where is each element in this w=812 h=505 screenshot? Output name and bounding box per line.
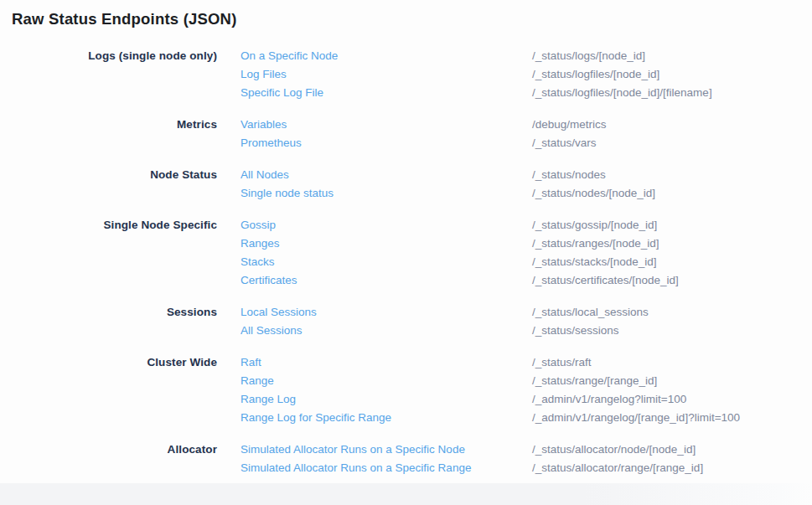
paths-column: /_status/allocator/node/[node_id] /_stat… (532, 441, 812, 477)
endpoint-group-logs: Logs (single node only) On a Specific No… (0, 47, 812, 102)
endpoint-link[interactable]: All Sessions (240, 322, 532, 340)
category-label: Sessions (0, 303, 217, 322)
category-label: Cluster Wide (0, 353, 217, 372)
endpoint-link[interactable]: Certificates (240, 271, 532, 290)
endpoint-link[interactable]: Single node status (240, 184, 532, 203)
endpoint-path: /_status/local_sessions (532, 303, 812, 322)
endpoint-path: /_status/stacks/[node_id] (532, 253, 812, 271)
endpoint-group-single-node-specific: Single Node Specific Gossip Ranges Stack… (0, 216, 812, 290)
endpoint-group-allocator: Allocator Simulated Allocator Runs on a … (0, 441, 812, 477)
endpoint-link[interactable]: Simulated Allocator Runs on a Specific R… (240, 459, 532, 477)
endpoint-path: /_status/allocator/node/[node_id] (532, 441, 812, 459)
endpoint-link[interactable]: Variables (240, 116, 532, 134)
endpoint-link[interactable]: Prometheus (240, 134, 532, 152)
endpoint-path: /_status/range/[range_id] (532, 372, 812, 390)
paths-column: /_status/logs/[node_id] /_status/logfile… (532, 47, 812, 102)
endpoint-path: /_status/gossip/[node_id] (532, 216, 812, 234)
endpoint-link[interactable]: Range (240, 372, 532, 390)
links-column: Raft Range Range Log Range Log for Speci… (240, 353, 532, 427)
endpoint-group-cluster-wide: Cluster Wide Raft Range Range Log Range … (0, 353, 812, 427)
endpoint-link[interactable]: Ranges (240, 234, 532, 253)
endpoint-path: /_status/nodes (532, 166, 812, 184)
endpoint-link[interactable]: Local Sessions (240, 303, 532, 322)
category-label: Metrics (0, 116, 217, 134)
endpoint-path: /debug/metrics (532, 116, 812, 134)
endpoint-link[interactable]: Range Log (240, 390, 532, 409)
endpoints-table: Logs (single node only) On a Specific No… (0, 47, 812, 477)
endpoint-link[interactable]: Raft (240, 353, 532, 372)
category-label: Allocator (0, 441, 217, 459)
endpoint-link[interactable]: Simulated Allocator Runs on a Specific N… (240, 441, 532, 459)
paths-column: /_status/gossip/[node_id] /_status/range… (532, 216, 812, 290)
endpoint-path: /_status/logs/[node_id] (532, 47, 812, 65)
category-label: Node Status (0, 166, 217, 184)
endpoint-path: /_status/raft (532, 353, 812, 372)
paths-column: /debug/metrics /_status/vars (532, 116, 812, 152)
footer-strip (0, 483, 812, 505)
endpoint-link[interactable]: On a Specific Node (240, 47, 532, 65)
endpoint-link[interactable]: Stacks (240, 253, 532, 271)
links-column: Gossip Ranges Stacks Certificates (240, 216, 532, 290)
endpoint-link[interactable]: Specific Log File (240, 84, 532, 102)
paths-column: /_status/local_sessions /_status/session… (532, 303, 812, 340)
endpoint-path: /_status/nodes/[node_id] (532, 184, 812, 203)
category-label: Single Node Specific (0, 216, 217, 234)
endpoint-path: /_status/logfiles/[node_id] (532, 65, 812, 84)
endpoint-group-sessions: Sessions Local Sessions All Sessions /_s… (0, 303, 812, 340)
page-title: Raw Status Endpoints (JSON) (0, 0, 812, 29)
endpoint-path: /_status/ranges/[node_id] (532, 234, 812, 253)
page: { "page": { "title": "Raw Status Endpoin… (0, 0, 812, 505)
endpoint-path: /_admin/v1/rangelog/[range_id]?limit=100 (532, 409, 812, 427)
category-label: Logs (single node only) (0, 47, 217, 65)
links-column: Simulated Allocator Runs on a Specific N… (240, 441, 532, 477)
endpoint-group-metrics: Metrics Variables Prometheus /debug/metr… (0, 116, 812, 152)
paths-column: /_status/raft /_status/range/[range_id] … (532, 353, 812, 427)
endpoint-link[interactable]: All Nodes (240, 166, 532, 184)
endpoint-path: /_status/allocator/range/[range_id] (532, 459, 812, 477)
links-column: Variables Prometheus (240, 116, 532, 152)
endpoint-link[interactable]: Gossip (240, 216, 532, 234)
endpoint-group-node-status: Node Status All Nodes Single node status… (0, 166, 812, 203)
endpoint-link[interactable]: Log Files (240, 65, 532, 84)
endpoint-path: /_admin/v1/rangelog?limit=100 (532, 390, 812, 409)
endpoint-link[interactable]: Range Log for Specific Range (240, 409, 532, 427)
paths-column: /_status/nodes /_status/nodes/[node_id] (532, 166, 812, 203)
endpoint-path: /_status/vars (532, 134, 812, 152)
endpoint-path: /_status/sessions (532, 322, 812, 340)
links-column: Local Sessions All Sessions (240, 303, 532, 340)
links-column: On a Specific Node Log Files Specific Lo… (240, 47, 532, 102)
links-column: All Nodes Single node status (240, 166, 532, 203)
endpoint-path: /_status/certificates/[node_id] (532, 271, 812, 290)
endpoint-path: /_status/logfiles/[node_id]/[filename] (532, 84, 812, 102)
